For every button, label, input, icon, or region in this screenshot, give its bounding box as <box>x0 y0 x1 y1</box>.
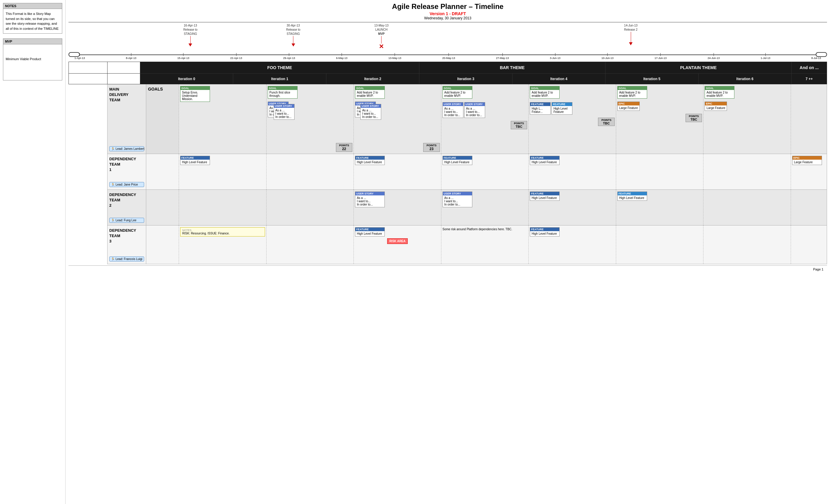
user-story-3a-header: USER STORY <box>443 102 463 106</box>
epic-6-text: Large Feature <box>706 106 725 109</box>
epic-group-5: EPIC Large Feature <box>617 101 702 112</box>
dep-team3-lead-name: Lead: Francois Luigi <box>116 257 142 261</box>
goal-card-3: GOAL Add feature 2 to enable MVP. <box>443 86 472 99</box>
points-label-1: POINTS <box>339 144 349 147</box>
dep1-goals-col <box>146 154 179 189</box>
sidebar: NOTES This Format is like a Story Map tu… <box>0 0 66 504</box>
dep2-goals-col <box>146 190 179 225</box>
dep3-iter2-col: FEATURE High Level Feature RISK AREA <box>354 225 441 264</box>
iter5-label: Iteration 5 <box>643 77 660 81</box>
dep2-user-story-2: USER STORY As a ...I want to...In order … <box>355 192 385 207</box>
iter5-cell: Iteration 5 <box>605 73 698 84</box>
marker-mvp-x: ✕ <box>379 43 384 50</box>
feature-group-4: FEATURE High L...Featur... FEATURE High … <box>530 101 615 115</box>
main-iter4-col: GOAL Add feature 2 to enable MVP. FEATUR… <box>529 84 616 154</box>
dep1-feature-3-text: High Level Feature <box>444 161 471 164</box>
marker-staging1-line <box>190 36 191 43</box>
dep3-feature-2-text: High Level Feature <box>357 232 383 235</box>
dep3-feature-4: FEATURE High Level Feature <box>530 227 560 237</box>
epic-6-header: EPIC <box>705 102 727 105</box>
feature-card-4a: FEATURE High L...Featur... <box>530 102 551 115</box>
iter2-cell: Iteration 2 <box>326 73 419 84</box>
main-team-lead-name: Lead: James Lambert <box>116 147 145 151</box>
dep3-iter1-col <box>266 225 354 264</box>
feature-4b-header: FEATURE <box>552 102 572 106</box>
feature-card-4b: FEATURE High LevelFeature <box>551 102 572 115</box>
dep2-iter5-col: FEATURE High Level Feature <box>616 190 704 225</box>
dep1-iter0-col: FEATURE High Level Feature <box>179 154 266 189</box>
notes-card-dep3: NOTES RISK: Resourcing. ISSUE: Finance. <box>180 227 265 237</box>
andon-theme-cell: And on ... <box>791 62 827 73</box>
dep3-feature-2: FEATURE High Level Feature <box>355 227 385 237</box>
dep-team2-lead: 🏃 Lead: Fung Lee <box>109 218 144 223</box>
dep-team2-name: DEPENDENCYTEAM2 <box>109 192 144 209</box>
iter7-label: 7 ++ <box>806 77 813 81</box>
user-story-3b-text: As a ...I want to...In order to... <box>466 107 483 117</box>
iter6-cell: Iteration 6 <box>698 73 791 84</box>
tick-1-apr: 1-Apr-13 <box>74 50 85 60</box>
dep1-epic-7: EPIC Large Feature <box>792 156 822 165</box>
dep2-iter6-col <box>703 190 791 225</box>
dep1-feature-2-header: FEATURE <box>355 156 384 160</box>
dep-team3-label: DEPENDENCYTEAM3 🏃 Lead: Francois Luigi <box>107 225 146 264</box>
notes-section: NOTES This Format is like a Story Map tu… <box>3 3 62 34</box>
page-title: Agile Release Planner – Timeline <box>68 2 827 11</box>
points-label-3: POINTS <box>514 122 524 125</box>
marker-mvp: 13-May-13LAUNCHMVP ✕ <box>374 24 389 50</box>
notes-title: NOTES <box>3 3 62 9</box>
points-label-4: POINTS <box>601 119 611 122</box>
main-content: Agile Release Planner – Timeline Version… <box>66 0 830 504</box>
dep-team1-lead-name: Lead: Jane Price <box>116 183 138 186</box>
tick-8-apr: 8-Apr-13 <box>126 50 136 60</box>
iter3-cell: Iteration 3 <box>419 73 512 84</box>
goal-card-2: GOAL Add feature 2 to enable MVP. <box>355 86 385 99</box>
iter4-label: Iteration 4 <box>550 77 567 81</box>
notes-card-title: NOTES <box>182 229 263 232</box>
notes-card-text: RISK: Resourcing. ISSUE: Finance. <box>182 232 263 235</box>
dep1-iter6-col <box>703 154 791 189</box>
foo-theme-cell: FOO THEME <box>140 62 419 73</box>
points-badge-5: POINTS TBC <box>685 114 702 122</box>
theme-label-spacer <box>68 62 107 73</box>
main-iter6-col: GOAL Add feature 2 to enable MVP. EPIC L… <box>703 84 791 154</box>
dep1-epic-7-header: EPIC <box>793 156 822 160</box>
epic-group-6: EPIC Large Feature <box>705 101 790 112</box>
dep3-iter6-col <box>703 225 791 264</box>
marker-staging1-arrow <box>189 43 192 46</box>
mvp-body: Minimum Viable Product <box>6 57 41 61</box>
user-story-card-1b: USER STORY As a ...I want to...In order … <box>274 104 294 120</box>
feature-4a-text: High L...Featur... <box>532 107 549 114</box>
goal-card-4-header: GOAL <box>530 86 559 90</box>
notes-body: This Format is like a Story Map turned o… <box>3 9 62 33</box>
person-icon-dt1: 🏃 <box>111 183 115 186</box>
iter0-cell: Iteration 0 <box>140 73 233 84</box>
iter6-label: Iteration 6 <box>736 77 754 81</box>
points-label-2: POINTS <box>426 144 437 147</box>
main-iter3-col: GOAL Add feature 2 to enable MVP. USER S… <box>441 84 529 154</box>
dep1-feature-3-header: FEATURE <box>443 156 472 160</box>
iter7-cell: 7 ++ <box>791 73 827 84</box>
dep2-feature-4-text: High Level Feature <box>532 196 558 199</box>
user-story-card-2b: USER STORY As a ...I want to...In order … <box>360 104 381 120</box>
dep-team3-name: DEPENDENCYTEAM3 <box>109 228 144 244</box>
dep2-iter0-col <box>179 190 266 225</box>
user-story-group-2: USER STORY As a ...I wa...In or... USER … <box>355 101 440 118</box>
user-story-group-3: USER STORY As a ...I want to...In order … <box>443 101 528 119</box>
page-date: Wednesday, 30 January 2013 <box>68 16 827 20</box>
goal-card-1-text: Punch first slice through. <box>269 91 296 97</box>
timeline-ticks: 1-Apr-13 8-Apr-13 15-Apr-13 22-Apr-13 29… <box>74 50 821 60</box>
iter3-label: Iteration 3 <box>457 77 474 81</box>
tick-6-may: 6-May-13 <box>336 50 347 60</box>
dep1-feature-0-text: High Level Feature <box>182 161 208 164</box>
goals-iter-spacer <box>107 73 140 84</box>
user-story-card-3b: USER STORY As a ...I want to...In order … <box>464 102 485 118</box>
dep3-feature-4-header: FEATURE <box>530 227 559 231</box>
dep2-iter3-col: USER STORY As a ...I want to...In order … <box>441 190 529 225</box>
dep3-iter5-col <box>616 225 704 264</box>
user-story-card-3a: USER STORY As a ...I want to...In order … <box>443 102 464 118</box>
goal-card-3-text: Add feature 2 to enable MVP. <box>444 91 471 97</box>
plantain-theme-cell: PLANTAIN THEME <box>605 62 791 73</box>
tick-8-jul: 8-Jul-13 <box>811 50 821 60</box>
dep2-feature-5: FEATURE High Level Feature <box>617 192 647 201</box>
points-value-4: TBC <box>601 122 611 125</box>
